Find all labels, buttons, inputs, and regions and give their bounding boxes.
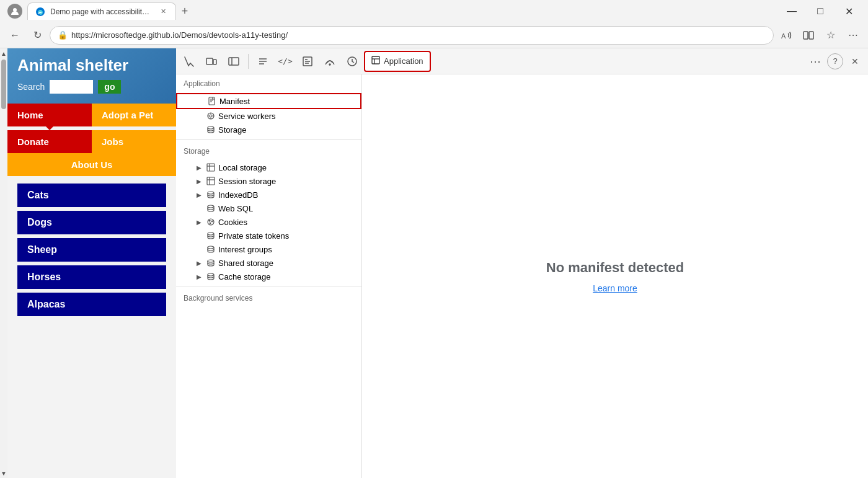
sidebar-scroll[interactable]: Application Manifest — [176, 74, 361, 478]
inspect-element-button[interactable] — [179, 51, 200, 72]
sidebar-toggle-button[interactable] — [223, 51, 244, 72]
nav-row-1: Home Adopt a Pet — [7, 104, 176, 126]
session-storage-arrow: ▶ — [195, 177, 203, 185]
about-nav-item[interactable]: About Us — [7, 153, 176, 176]
back-button[interactable]: ← — [5, 25, 25, 45]
interest-groups-tree-item[interactable]: Interest groups — [176, 242, 361, 256]
browser-more-button[interactable]: ⋯ — [843, 25, 863, 45]
sheep-button[interactable]: Sheep — [17, 238, 166, 262]
application-tab-label: Application — [384, 56, 423, 66]
ig-arrow — [195, 245, 203, 254]
maximize-button[interactable]: □ — [806, 1, 835, 21]
sw-arrow — [195, 112, 203, 120]
shared-storage-tree-item[interactable]: ▶ Shared storage — [176, 256, 361, 270]
profile-area[interactable] — [5, 1, 25, 21]
help-button[interactable]: ? — [827, 53, 843, 69]
dogs-button[interactable]: Dogs — [17, 211, 166, 234]
scroll-thumb[interactable] — [1, 60, 6, 109]
local-storage-tree-item[interactable]: ▶ Local storage — [176, 161, 361, 174]
manifest-icon — [207, 96, 217, 106]
go-button[interactable]: go — [98, 80, 121, 94]
cache-storage-label: Cache storage — [218, 272, 356, 281]
service-workers-label: Service workers — [218, 112, 356, 121]
active-tab[interactable]: Demo page with accessibility issu ✕ — [27, 2, 176, 20]
favorites-button[interactable]: ☆ — [821, 25, 841, 45]
web-sql-tree-item[interactable]: Web SQL — [176, 201, 361, 215]
horses-button[interactable]: Horses — [17, 265, 166, 289]
read-aloud-button[interactable]: A — [776, 25, 796, 45]
svg-point-37 — [208, 273, 214, 276]
service-workers-icon — [206, 111, 216, 121]
edge-logo-icon — [35, 7, 45, 17]
shared-storage-label: Shared storage — [218, 259, 356, 268]
svg-point-34 — [208, 232, 214, 235]
console-tab-icon[interactable]: </> — [275, 51, 296, 72]
home-nav-item[interactable]: Home — [7, 104, 92, 126]
close-button[interactable]: ✕ — [835, 1, 863, 21]
site-header: Animal shelter Search go — [7, 48, 176, 104]
svg-rect-4 — [809, 32, 813, 39]
divider-1 — [176, 139, 361, 139]
scroll-down-button[interactable]: ▼ — [0, 468, 7, 478]
tab-bar: Demo page with accessibility issu ✕ + — [27, 2, 775, 20]
svg-rect-22 — [207, 164, 215, 171]
alpacas-button[interactable]: Alpacas — [17, 293, 166, 316]
manifest-arrow — [196, 97, 205, 105]
search-input[interactable] — [50, 80, 93, 94]
url-text: https://microsoftedge.github.io/Demos/de… — [71, 30, 766, 40]
website-content: Animal shelter Search go Home Adopt a Pe… — [7, 48, 176, 478]
minimize-button[interactable]: — — [777, 1, 806, 21]
new-tab-button[interactable]: + — [176, 2, 193, 20]
learn-more-link[interactable]: Learn more — [593, 283, 637, 293]
search-label: Search — [17, 82, 45, 92]
indexeddb-icon — [206, 190, 216, 200]
network-tab-icon[interactable] — [319, 51, 340, 72]
site-search-row: Search go — [17, 80, 166, 94]
close-devtools-button[interactable]: ✕ — [844, 51, 866, 72]
devtools-main-content: No manifest detected Learn more — [362, 74, 868, 478]
local-storage-icon — [206, 162, 216, 172]
indexeddb-tree-item[interactable]: ▶ IndexedDB — [176, 188, 361, 201]
web-sql-icon — [206, 203, 216, 213]
elements-tab-icon[interactable] — [252, 51, 273, 72]
svg-point-32 — [211, 221, 213, 222]
application-tab[interactable]: Application — [364, 51, 431, 72]
nav-row-2: Donate Jobs — [7, 130, 176, 153]
performance-tab-icon[interactable] — [342, 51, 363, 72]
cats-button[interactable]: Cats — [17, 184, 166, 207]
storage-arrow — [195, 125, 203, 134]
service-workers-tree-item[interactable]: Service workers — [176, 109, 361, 123]
interest-groups-label: Interest groups — [218, 245, 356, 254]
lock-icon: 🔒 — [58, 30, 68, 40]
cookies-tree-item[interactable]: ▶ Cookies — [176, 215, 361, 229]
svg-point-36 — [208, 260, 214, 262]
tab-title: Demo page with accessibility issu — [50, 7, 153, 16]
adopt-nav-item[interactable]: Adopt a Pet — [92, 104, 176, 126]
device-emulation-button[interactable] — [201, 51, 222, 72]
donate-nav-item[interactable]: Donate — [7, 130, 92, 153]
address-bar[interactable]: 🔒 https://microsoftedge.github.io/Demos/… — [50, 26, 774, 45]
website-scrollbar[interactable]: ▲ ▼ — [0, 48, 7, 478]
session-storage-icon — [206, 176, 216, 186]
svg-rect-5 — [206, 58, 213, 64]
session-storage-tree-item[interactable]: ▶ Session storage — [176, 174, 361, 188]
private-state-tokens-tree-item[interactable]: Private state tokens — [176, 229, 361, 242]
local-storage-label: Local storage — [218, 163, 356, 172]
pst-arrow — [195, 231, 203, 240]
refresh-button[interactable]: ↻ — [27, 25, 47, 45]
private-state-tokens-icon — [206, 231, 216, 241]
nav-row-3: About Us — [7, 153, 176, 176]
sources-tab-icon[interactable] — [297, 51, 318, 72]
profile-icon[interactable] — [7, 4, 22, 19]
cookies-arrow: ▶ — [195, 218, 203, 226]
more-tools-button[interactable]: ⋯ — [805, 51, 826, 72]
svg-text:A: A — [781, 32, 786, 40]
tab-close-button[interactable]: ✕ — [158, 7, 168, 17]
split-view-button[interactable] — [799, 25, 818, 45]
scroll-up-button[interactable]: ▲ — [0, 48, 7, 58]
background-services-header: Background services — [176, 289, 361, 308]
cache-storage-tree-item[interactable]: ▶ Cache storage — [176, 270, 361, 283]
manifest-tree-item[interactable]: Manifest — [176, 93, 361, 109]
jobs-nav-item[interactable]: Jobs — [92, 130, 176, 153]
storage-tree-item[interactable]: Storage — [176, 123, 361, 136]
